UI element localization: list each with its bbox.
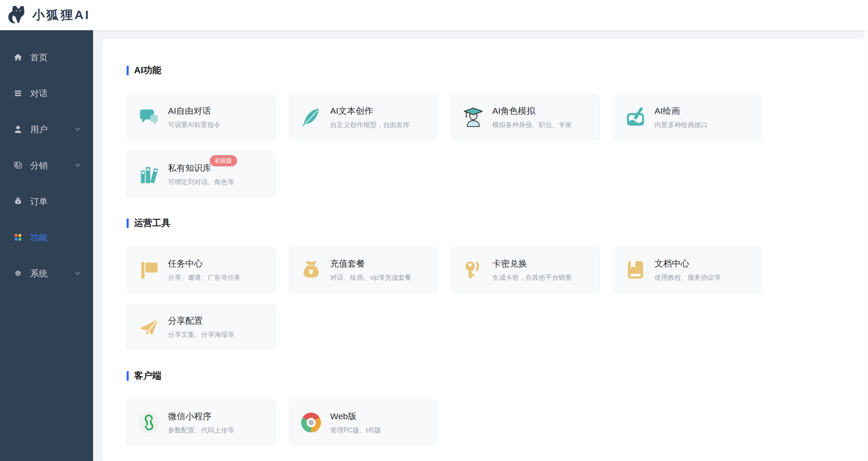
sidebar-item-label: 分销: [30, 160, 48, 171]
books-icon: [138, 163, 160, 185]
card-description: 内置多种绘画接口: [655, 121, 707, 130]
card-title: 微信小程序: [168, 411, 234, 422]
card-title: 文档中心: [655, 258, 721, 269]
sidebar-item-label: 系统: [30, 268, 48, 279]
content-panel: AI功能 AI自由对话 可设置AI前置指令 AI文本创作 自定义创作模型，自由发…: [103, 39, 863, 461]
section-ai-features: AI功能 AI自由对话 可设置AI前置指令 AI文本创作 自定义创作模型，自由发…: [127, 64, 863, 197]
card-title: AI角色模拟: [492, 105, 572, 117]
sidebar-item-label: 首页: [30, 52, 48, 63]
card-knowledge-base[interactable]: 私有知识库 可绑定到对话、角色等 初级版: [127, 151, 276, 197]
section-accent-bar: [127, 218, 129, 228]
card-title: 任务中心: [168, 258, 241, 269]
card-role-play[interactable]: AI角色模拟 模拟各种身份、职位、专家: [451, 94, 600, 140]
sidebar-item-orders[interactable]: ¥ 订单: [0, 183, 93, 219]
svg-text:¥: ¥: [309, 268, 314, 276]
card-title: 充值套餐: [330, 258, 411, 269]
card-badge: 初级版: [210, 155, 237, 166]
card-description: 模拟各种身份、职位、专家: [492, 121, 572, 130]
card-wechat-mini[interactable]: 微信小程序 参数配置、代码上传等: [127, 399, 276, 446]
section-accent-bar: [127, 66, 129, 75]
sidebar-item-system[interactable]: 系统: [0, 255, 93, 291]
card-description: 分享文案、分享海报等: [168, 331, 234, 339]
card-grid: 任务中心 分享、邀请、广告等任务 ¥ 充值套餐 对话、绘画、vip等充值套餐 卡…: [127, 247, 762, 350]
graduate-icon: [463, 106, 484, 128]
card-description: 可绑定到对话、角色等: [168, 178, 234, 187]
card-description: 参数配置、代码上传等: [168, 426, 234, 435]
brand-logo: 小狐狸AI: [7, 5, 90, 26]
paper-plane-icon: [138, 316, 160, 338]
card-title: AI自由对话: [168, 105, 221, 117]
section-title: 运营工具: [134, 217, 170, 229]
card-description: 自定义创作模型，自由发挥: [330, 121, 410, 130]
card-web[interactable]: Web版 管理PC版、H5版: [289, 399, 438, 446]
section-operation-tools: 运营工具 任务中心 分享、邀请、广告等任务 ¥ 充值套餐 对话、绘画、vip等充…: [127, 217, 863, 350]
brand-name: 小狐狸AI: [32, 7, 90, 24]
card-description: 分享、邀请、广告等任务: [168, 274, 241, 282]
flag-icon: [138, 259, 160, 281]
chevron-down-icon: [74, 126, 81, 132]
distribution-icon: [13, 161, 23, 170]
section-header: AI功能: [127, 64, 863, 77]
sidebar-item-users[interactable]: 用户: [0, 111, 93, 147]
section-title: 客户端: [134, 370, 161, 382]
sidebar-item-distribution[interactable]: 分销: [0, 147, 93, 183]
card-share-config[interactable]: 分享配置 分享文案、分享海报等: [127, 304, 276, 350]
card-title: AI绘画: [655, 105, 707, 117]
card-description: 生成卡密，在其他平台销售: [492, 274, 572, 282]
money-pouch-icon: ¥: [300, 259, 322, 281]
sidebar-item-home[interactable]: 首页: [0, 39, 93, 75]
chevron-down-icon: [74, 270, 81, 276]
card-text: AI绘画 内置多种绘画接口: [655, 105, 707, 130]
section-header: 运营工具: [127, 217, 863, 229]
scrollbar-track[interactable]: [863, 30, 868, 461]
card-description: 使用教程、服务协议等: [655, 274, 721, 282]
key-icon: [463, 259, 484, 281]
chat-lines-icon: [13, 89, 23, 98]
sidebar-menu: 首页 对话 用户 分销 ¥ 订单 功能 系统: [0, 30, 93, 291]
card-title: Web版: [330, 411, 381, 422]
features-grid-icon: [13, 233, 23, 242]
card-doc-center[interactable]: 文档中心 使用教程、服务协议等: [613, 247, 762, 293]
card-text: 任务中心 分享、邀请、广告等任务: [168, 258, 241, 282]
sidebar-item-features[interactable]: 功能: [0, 219, 93, 255]
card-title: AI文本创作: [330, 105, 410, 117]
sidebar-item-label: 用户: [30, 124, 48, 135]
main-area: AI功能 AI自由对话 可设置AI前置指令 AI文本创作 自定义创作模型，自由发…: [93, 30, 868, 461]
card-description: 管理PC版、H5版: [330, 426, 381, 435]
card-text: AI文本创作 自定义创作模型，自由发挥: [330, 105, 410, 130]
card-text: 分享配置 分享文案、分享海报等: [168, 315, 234, 339]
card-ai-drawing[interactable]: AI绘画 内置多种绘画接口: [613, 94, 762, 140]
home-icon: [13, 53, 23, 62]
card-text: AI自由对话 可设置AI前置指令: [168, 105, 221, 130]
fox-logo-icon: [7, 5, 27, 26]
card-description: 对话、绘画、vip等充值套餐: [330, 274, 411, 282]
card-text: 文档中心 使用教程、服务协议等: [655, 258, 721, 282]
card-text: 充值套餐 对话、绘画、vip等充值套餐: [330, 258, 411, 282]
card-task-center[interactable]: 任务中心 分享、邀请、广告等任务: [127, 247, 276, 293]
section-title: AI功能: [134, 64, 161, 77]
card-free-chat[interactable]: AI自由对话 可设置AI前置指令: [127, 94, 276, 140]
svg-text:¥: ¥: [17, 200, 19, 204]
section-clients: 客户端 微信小程序 参数配置、代码上传等 Web版 管理PC版、H5版: [127, 370, 863, 446]
chevron-down-icon: [74, 162, 81, 168]
card-card-key[interactable]: 卡密兑换 生成卡密，在其他平台销售: [451, 247, 600, 293]
card-text: AI角色模拟 模拟各种身份、职位、专家: [492, 105, 572, 130]
paint-board-icon: [625, 106, 646, 128]
card-title: 卡密兑换: [492, 258, 572, 269]
card-grid: AI自由对话 可设置AI前置指令 AI文本创作 自定义创作模型，自由发挥 AI角…: [127, 94, 762, 197]
card-text-creation[interactable]: AI文本创作 自定义创作模型，自由发挥: [289, 94, 438, 140]
sidebar: 首页 对话 用户 分销 ¥ 订单 功能 系统: [0, 30, 93, 461]
feather-icon: [300, 106, 322, 128]
sidebar-item-label: 功能: [30, 232, 48, 243]
card-text: 卡密兑换 生成卡密，在其他平台销售: [492, 258, 572, 282]
section-header: 客户端: [127, 370, 863, 382]
card-recharge[interactable]: ¥ 充值套餐 对话、绘画、vip等充值套餐: [289, 247, 438, 293]
content-sections: AI功能 AI自由对话 可设置AI前置指令 AI文本创作 自定义创作模型，自由发…: [127, 64, 863, 446]
card-text: Web版 管理PC版、H5版: [330, 411, 381, 435]
app-header: 小狐狸AI: [0, 0, 868, 30]
sidebar-item-chat[interactable]: 对话: [0, 75, 93, 111]
card-description: 可设置AI前置指令: [168, 121, 221, 130]
chat-bubbles-icon: [138, 106, 160, 128]
user-icon: [13, 125, 23, 134]
gear-icon: [13, 269, 23, 278]
